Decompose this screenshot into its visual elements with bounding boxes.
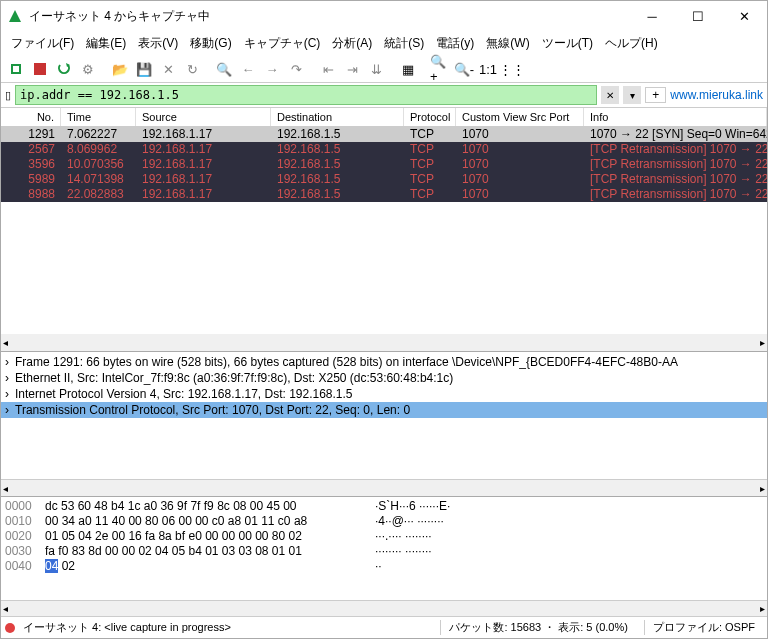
status-profile[interactable]: プロファイル: OSPF xyxy=(644,620,763,635)
h-scrollbar[interactable]: ◂▸ xyxy=(1,600,767,617)
filter-dropdown-icon[interactable]: ▾ xyxy=(623,86,641,104)
packet-bytes-pane[interactable]: 0000dc 53 60 48 b4 1c a0 36 9f 7f f9 8c … xyxy=(1,496,767,599)
menu-file[interactable]: ファイル(F) xyxy=(7,33,78,54)
prev-icon[interactable]: ← xyxy=(237,58,259,80)
resize-cols-icon[interactable]: ⋮⋮ xyxy=(501,58,523,80)
zoom-reset-icon[interactable]: 1:1 xyxy=(477,58,499,80)
status-interface: イーサネット 4: <live capture in progress> xyxy=(23,620,231,635)
col-time[interactable]: Time xyxy=(61,108,136,126)
window-buttons: ─ ☐ ✕ xyxy=(629,1,767,31)
hex-row[interactable]: 004004 02·· xyxy=(1,559,767,574)
h-scrollbar[interactable]: ◂▸ xyxy=(1,334,767,351)
menu-edit[interactable]: 編集(E) xyxy=(82,33,130,54)
menubar: ファイル(F) 編集(E) 表示(V) 移動(G) キャプチャ(C) 分析(A)… xyxy=(1,31,767,56)
svg-rect-0 xyxy=(34,63,46,75)
app-icon xyxy=(7,8,23,24)
col-no[interactable]: No. xyxy=(1,108,61,126)
titlebar: イーサネット 4 からキャプチャ中 ─ ☐ ✕ xyxy=(1,1,767,31)
zoom-out-icon[interactable]: 🔍- xyxy=(453,58,475,80)
hex-row[interactable]: 0030fa f0 83 8d 00 00 02 04 05 b4 01 03 … xyxy=(1,544,767,559)
toolbar: ⚙ 📂 💾 ✕ ↻ 🔍 ← → ↷ ⇤ ⇥ ⇊ ▦ 🔍+ 🔍- 1:1 ⋮⋮ xyxy=(1,56,767,83)
minimize-button[interactable]: ─ xyxy=(629,1,675,31)
packet-list-pane: No. Time Source Destination Protocol Cus… xyxy=(1,108,767,351)
menu-go[interactable]: 移動(G) xyxy=(186,33,235,54)
menu-wireless[interactable]: 無線(W) xyxy=(482,33,533,54)
menu-view[interactable]: 表示(V) xyxy=(134,33,182,54)
detail-row[interactable]: ›Ethernet II, Src: IntelCor_7f:f9:8c (a0… xyxy=(1,370,767,386)
close-button[interactable]: ✕ xyxy=(721,1,767,31)
packet-details-pane[interactable]: ›Frame 1291: 66 bytes on wire (528 bits)… xyxy=(1,351,767,479)
save-file-icon[interactable]: 💾 xyxy=(133,58,155,80)
colorize-icon[interactable]: ▦ xyxy=(397,58,419,80)
status-bar: イーサネット 4: <live capture in progress> パケッ… xyxy=(1,616,767,638)
hex-row[interactable]: 001000 34 a0 11 40 00 80 06 00 00 c0 a8 … xyxy=(1,514,767,529)
col-protocol[interactable]: Protocol xyxy=(404,108,456,126)
display-filter-input[interactable] xyxy=(15,85,597,105)
jump-icon[interactable]: ↷ xyxy=(285,58,307,80)
add-filter-button[interactable]: + xyxy=(645,87,666,103)
menu-capture[interactable]: キャプチャ(C) xyxy=(240,33,325,54)
window-title: イーサネット 4 からキャプチャ中 xyxy=(29,8,629,25)
hex-row[interactable]: 0000dc 53 60 48 b4 1c a0 36 9f 7f f9 8c … xyxy=(1,499,767,514)
packet-row[interactable]: 359610.070356192.168.1.17192.168.1.5TCP1… xyxy=(1,157,767,172)
status-packets: パケット数: 15683 ・ 表示: 5 (0.0%) xyxy=(440,620,636,635)
menu-telephony[interactable]: 電話(y) xyxy=(432,33,478,54)
menu-tools[interactable]: ツール(T) xyxy=(538,33,597,54)
start-capture-icon[interactable] xyxy=(5,58,27,80)
capture-options-icon[interactable]: ⚙ xyxy=(77,58,99,80)
packet-row[interactable]: 25678.069962192.168.1.17192.168.1.5TCP10… xyxy=(1,142,767,157)
clear-filter-icon[interactable]: ✕ xyxy=(601,86,619,104)
col-custom[interactable]: Custom View Src Port xyxy=(456,108,584,126)
detail-row[interactable]: ›Transmission Control Protocol, Src Port… xyxy=(1,402,767,418)
open-file-icon[interactable]: 📂 xyxy=(109,58,131,80)
autoscroll-icon[interactable]: ⇊ xyxy=(365,58,387,80)
hex-row[interactable]: 002001 05 04 2e 00 16 fa 8a bf e0 00 00 … xyxy=(1,529,767,544)
menu-analyze[interactable]: 分析(A) xyxy=(328,33,376,54)
maximize-button[interactable]: ☐ xyxy=(675,1,721,31)
col-source[interactable]: Source xyxy=(136,108,271,126)
packet-list-body[interactable]: 12917.062227192.168.1.17192.168.1.5TCP10… xyxy=(1,127,767,334)
h-scrollbar[interactable]: ◂▸ xyxy=(1,479,767,496)
zoom-in-icon[interactable]: 🔍+ xyxy=(429,58,451,80)
first-icon[interactable]: ⇤ xyxy=(317,58,339,80)
restart-capture-icon[interactable] xyxy=(53,58,75,80)
next-icon[interactable]: → xyxy=(261,58,283,80)
col-info[interactable]: Info xyxy=(584,108,767,126)
detail-row[interactable]: ›Internet Protocol Version 4, Src: 192.1… xyxy=(1,386,767,402)
reload-icon[interactable]: ↻ xyxy=(181,58,203,80)
detail-row[interactable]: ›Frame 1291: 66 bytes on wire (528 bits)… xyxy=(1,354,767,370)
filter-icon[interactable]: ▯ xyxy=(5,89,11,102)
expert-info-icon[interactable] xyxy=(5,623,15,633)
find-icon[interactable]: 🔍 xyxy=(213,58,235,80)
packet-row[interactable]: 12917.062227192.168.1.17192.168.1.5TCP10… xyxy=(1,127,767,142)
filter-bar: ▯ ✕ ▾ + www.mieruka.link xyxy=(1,83,767,108)
close-file-icon[interactable]: ✕ xyxy=(157,58,179,80)
packet-list-header: No. Time Source Destination Protocol Cus… xyxy=(1,108,767,127)
packet-row[interactable]: 898822.082883192.168.1.17192.168.1.5TCP1… xyxy=(1,187,767,202)
help-link[interactable]: www.mieruka.link xyxy=(670,88,763,102)
stop-capture-icon[interactable] xyxy=(29,58,51,80)
menu-help[interactable]: ヘルプ(H) xyxy=(601,33,662,54)
menu-stats[interactable]: 統計(S) xyxy=(380,33,428,54)
last-icon[interactable]: ⇥ xyxy=(341,58,363,80)
col-destination[interactable]: Destination xyxy=(271,108,404,126)
packet-row[interactable]: 598914.071398192.168.1.17192.168.1.5TCP1… xyxy=(1,172,767,187)
